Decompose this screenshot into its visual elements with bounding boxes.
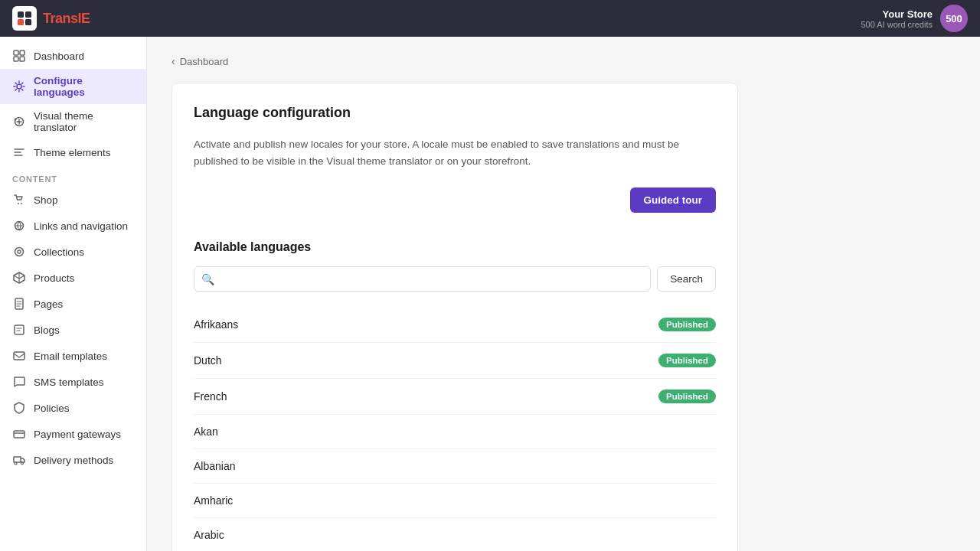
sidebar-label-products: Products bbox=[34, 272, 74, 284]
sidebar-item-collections[interactable]: Collections bbox=[0, 239, 146, 265]
policies-icon bbox=[12, 401, 26, 415]
svg-rect-4 bbox=[14, 51, 18, 55]
svg-point-8 bbox=[17, 84, 21, 89]
language-name: Amharic bbox=[194, 494, 233, 507]
search-button[interactable]: Search bbox=[657, 266, 716, 292]
available-languages-title: Available languages bbox=[194, 240, 716, 254]
topbar-user: Your Store 500 AI word credits 500 bbox=[861, 5, 968, 32]
svg-rect-0 bbox=[18, 11, 24, 18]
logo-icon bbox=[12, 6, 37, 31]
published-badge: Published bbox=[658, 390, 716, 403]
app-layout: Dashboard Configure languages Visual the… bbox=[0, 37, 980, 551]
svg-point-20 bbox=[15, 462, 17, 465]
sidebar-item-sms-templates[interactable]: SMS templates bbox=[0, 369, 146, 395]
sidebar-label-theme-elements: Theme elements bbox=[34, 147, 111, 158]
logo: TranslE bbox=[12, 6, 90, 31]
blogs-icon bbox=[12, 323, 26, 337]
svg-point-15 bbox=[18, 250, 21, 253]
language-list-item[interactable]: DutchPublished bbox=[194, 342, 716, 378]
sidebar-label-configure-languages: Configure languages bbox=[34, 75, 134, 98]
sidebar-item-products[interactable]: Products bbox=[0, 265, 146, 291]
logo-text: TranslE bbox=[43, 11, 90, 27]
svg-rect-7 bbox=[20, 57, 24, 61]
sidebar-label-email-templates: Email templates bbox=[34, 350, 107, 362]
sidebar: Dashboard Configure languages Visual the… bbox=[0, 37, 147, 551]
info-text: Activate and publish new locales for you… bbox=[194, 136, 716, 169]
visual-theme-icon bbox=[12, 115, 26, 129]
svg-rect-2 bbox=[18, 19, 24, 25]
sidebar-item-visual-theme-translator[interactable]: Visual theme translator bbox=[0, 104, 146, 139]
payment-icon bbox=[12, 427, 26, 441]
dashboard-icon bbox=[12, 49, 26, 63]
sidebar-item-email-templates[interactable]: Email templates bbox=[0, 343, 146, 369]
sidebar-label-collections: Collections bbox=[34, 246, 84, 258]
configure-icon bbox=[12, 80, 26, 93]
sidebar-item-shop[interactable]: Shop bbox=[0, 187, 146, 213]
card-title: Language configuration bbox=[194, 105, 716, 121]
sidebar-label-blogs: Blogs bbox=[34, 324, 60, 336]
user-avatar: 500 bbox=[940, 5, 968, 32]
collections-icon bbox=[12, 245, 26, 259]
language-search-input[interactable] bbox=[194, 266, 651, 292]
language-list-item[interactable]: Akan bbox=[194, 414, 716, 448]
published-badge: Published bbox=[658, 318, 716, 331]
sidebar-item-delivery-methods[interactable]: Delivery methods bbox=[0, 447, 146, 473]
language-name: Albanian bbox=[194, 460, 236, 472]
user-name: Your Store bbox=[861, 8, 933, 20]
search-input-wrap: 🔍 bbox=[194, 266, 651, 292]
sidebar-item-payment-gateways[interactable]: Payment gateways bbox=[0, 421, 146, 447]
svg-rect-3 bbox=[25, 19, 31, 25]
sidebar-item-blogs[interactable]: Blogs bbox=[0, 317, 146, 343]
sidebar-label-sms-templates: SMS templates bbox=[34, 377, 104, 388]
theme-elements-icon bbox=[12, 145, 26, 159]
pages-icon bbox=[12, 297, 26, 311]
content-section-label: CONTENT bbox=[0, 165, 146, 187]
svg-rect-1 bbox=[25, 11, 31, 18]
language-name: Arabic bbox=[194, 529, 224, 541]
sidebar-item-policies[interactable]: Policies bbox=[0, 395, 146, 421]
breadcrumb-label: Dashboard bbox=[180, 56, 229, 67]
svg-point-11 bbox=[18, 203, 19, 204]
sidebar-item-configure-languages[interactable]: Configure languages bbox=[0, 69, 146, 104]
published-badge: Published bbox=[658, 354, 716, 367]
language-config-card: Language configuration Activate and publ… bbox=[172, 83, 738, 551]
links-icon bbox=[12, 219, 26, 233]
sidebar-item-dashboard[interactable]: Dashboard bbox=[0, 43, 146, 69]
sidebar-label-delivery-methods: Delivery methods bbox=[34, 455, 113, 466]
language-list: AfrikaansPublishedDutchPublishedFrenchPu… bbox=[194, 307, 716, 551]
svg-rect-6 bbox=[14, 57, 18, 61]
sidebar-label-links-navigation: Links and navigation bbox=[34, 220, 128, 232]
email-icon bbox=[12, 349, 26, 363]
svg-point-10 bbox=[15, 119, 17, 121]
breadcrumb-arrow: ‹ bbox=[172, 55, 175, 67]
language-list-item[interactable]: AfrikaansPublished bbox=[194, 307, 716, 342]
language-list-item[interactable]: Arabic bbox=[194, 517, 716, 551]
sidebar-label-shop: Shop bbox=[34, 194, 58, 206]
language-name: French bbox=[194, 390, 227, 403]
breadcrumb[interactable]: ‹ Dashboard bbox=[172, 55, 956, 67]
sidebar-item-links-navigation[interactable]: Links and navigation bbox=[0, 213, 146, 239]
language-list-item[interactable]: FrenchPublished bbox=[194, 378, 716, 414]
user-info: Your Store 500 AI word credits bbox=[861, 8, 933, 29]
search-row: 🔍 Search bbox=[194, 266, 716, 292]
sms-icon bbox=[12, 375, 26, 389]
user-credits: 500 AI word credits bbox=[861, 20, 933, 29]
guided-tour-button[interactable]: Guided tour bbox=[630, 187, 717, 213]
search-icon: 🔍 bbox=[201, 273, 214, 285]
language-name: Akan bbox=[194, 425, 218, 438]
language-name: Afrikaans bbox=[194, 318, 238, 331]
svg-point-21 bbox=[21, 462, 24, 465]
sidebar-item-pages[interactable]: Pages bbox=[0, 291, 146, 317]
svg-rect-18 bbox=[14, 352, 24, 360]
shop-icon bbox=[12, 193, 26, 207]
language-list-item[interactable]: Amharic bbox=[194, 483, 716, 517]
sidebar-item-theme-elements[interactable]: Theme elements bbox=[0, 139, 146, 165]
svg-rect-17 bbox=[15, 325, 24, 334]
language-list-item[interactable]: Albanian bbox=[194, 448, 716, 483]
sidebar-label-payment-gateways: Payment gateways bbox=[34, 429, 121, 440]
sidebar-label-dashboard: Dashboard bbox=[34, 51, 84, 62]
svg-rect-19 bbox=[14, 431, 24, 438]
products-icon bbox=[12, 271, 26, 285]
language-name: Dutch bbox=[194, 354, 222, 367]
main-content: ‹ Dashboard Language configuration Activ… bbox=[147, 37, 980, 551]
